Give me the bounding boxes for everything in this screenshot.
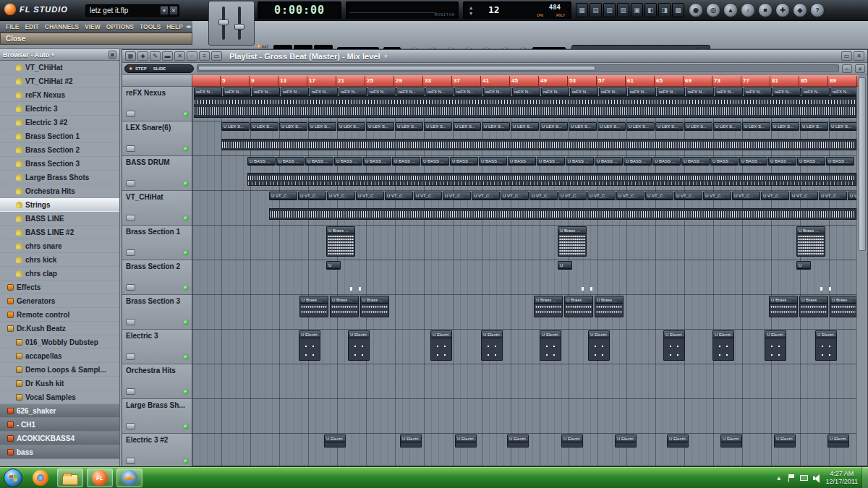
pattern-clip[interactable]: U LEX S... — [308, 122, 336, 131]
pattern-clip[interactable]: U LEX S... — [424, 122, 452, 131]
pattern-clip[interactable]: U VT_C... — [269, 192, 297, 200]
pattern-clip[interactable]: U BASS ... — [334, 157, 362, 166]
pattern-clip[interactable]: U Electri... — [667, 435, 689, 448]
pattern-clip[interactable]: U — [326, 261, 341, 270]
lock-icon[interactable] — [126, 180, 135, 187]
toolbar-button[interactable]: ◎ — [706, 3, 720, 17]
vertical-scrollbar[interactable] — [856, 75, 867, 466]
pattern-clip[interactable]: U BASS ... — [710, 157, 739, 166]
toolbar-button[interactable]: ▦ — [576, 3, 588, 17]
pattern-clip[interactable]: reFX N... — [396, 87, 425, 96]
browser-item[interactable]: Electric 3 — [0, 102, 119, 116]
lock-icon[interactable] — [126, 111, 135, 117]
network-icon[interactable] — [800, 475, 808, 481]
menu-item-view[interactable]: VIEW — [82, 23, 103, 30]
pattern-clip[interactable]: reFX N... — [339, 87, 367, 96]
menu-item-channels[interactable]: CHANNELS — [42, 23, 82, 30]
menu-item-file[interactable]: FILE — [3, 23, 22, 30]
pattern-clip[interactable]: U VT_C... — [616, 192, 644, 200]
pattern-clip[interactable]: reFX N... — [483, 87, 511, 96]
pattern-clip[interactable]: U VT_C... — [558, 192, 587, 200]
pattern-clip[interactable]: U Electri... — [348, 330, 370, 361]
pattern-clip[interactable]: U Brass ... — [799, 296, 828, 317]
browser-item[interactable]: 016_Wobbly Dubstep — [0, 335, 119, 349]
step-slide-toggle[interactable]: STEP SLIDE — [124, 64, 194, 73]
pattern-number[interactable]: 12 — [488, 4, 500, 15]
track-led[interactable] — [184, 286, 188, 290]
lock-icon[interactable] — [126, 423, 135, 429]
pattern-clip[interactable]: U LEX S... — [511, 122, 539, 131]
toolbar-button[interactable]: ✚ — [775, 3, 790, 17]
lock-icon[interactable] — [126, 215, 135, 221]
pattern-clip[interactable]: U VT_C... — [674, 192, 702, 200]
pattern-clip[interactable]: reFX N... — [512, 87, 540, 96]
track-header[interactable]: Brass Section 1 — [122, 226, 192, 260]
pitch-slider-thumb[interactable] — [234, 24, 244, 30]
pattern-clip[interactable]: U VT_C... — [298, 192, 326, 200]
browser-item[interactable]: bass — [0, 445, 119, 459]
pattern-clip[interactable]: U Electri... — [561, 435, 583, 448]
lock-icon[interactable] — [126, 284, 135, 291]
track-led[interactable] — [184, 147, 188, 151]
pattern-clip[interactable]: U VT_C... — [327, 192, 355, 200]
pattern-clip[interactable]: U BASS ... — [739, 157, 767, 166]
pattern-clip[interactable]: U VT_C... — [414, 192, 442, 200]
pattern-clip[interactable]: U — [558, 261, 572, 270]
pattern-clip[interactable]: U Electri... — [827, 435, 849, 448]
pattern-clip[interactable]: U VT_C... — [356, 192, 384, 200]
pattern-clip[interactable]: U VT_C... — [501, 192, 529, 200]
pattern-clip[interactable]: U BASS ... — [768, 157, 796, 166]
pattern-clip[interactable]: U LEX S... — [482, 122, 510, 131]
pattern-clip[interactable]: U Brass ... — [534, 296, 563, 317]
browser-item[interactable]: Large Brass Shots — [0, 171, 119, 184]
browser-item[interactable]: chrs snare — [0, 239, 119, 253]
pattern-clip[interactable]: reFX N... — [773, 87, 801, 96]
pattern-clip[interactable]: U Electri... — [481, 330, 503, 361]
browser-item[interactable]: 626_shaker — [0, 404, 119, 418]
pattern-clip[interactable]: reFX N... — [599, 87, 627, 96]
track-led[interactable] — [184, 390, 188, 394]
track-led[interactable] — [184, 112, 188, 116]
track-header[interactable]: BASS DRUM — [122, 156, 192, 191]
pattern-clip[interactable]: U Electri... — [400, 435, 422, 448]
volume-slider-thumb[interactable] — [218, 20, 229, 25]
master-volume-slider[interactable] — [222, 7, 225, 40]
track-header[interactable]: reFX Nexus — [122, 87, 192, 121]
pattern-clip[interactable]: U BASS ... — [363, 157, 391, 166]
browser-item[interactable]: VT_CHiHat — [0, 61, 119, 74]
toolbar-button[interactable]: ◨ — [658, 3, 671, 17]
track-led[interactable] — [184, 320, 188, 325]
pattern-clip[interactable]: reFX N... — [628, 87, 656, 96]
playlist-tool-icon[interactable]: ▭ — [211, 51, 222, 61]
pattern-clip[interactable]: U Electri... — [455, 435, 477, 448]
browser-item[interactable]: reFX Nexus — [0, 88, 119, 102]
track-header[interactable]: Brass Section 3 — [122, 295, 192, 330]
pattern-clip[interactable]: U Electri... — [615, 435, 637, 448]
playlist-grid[interactable]: 5913172125293337414549535761656973778185… — [192, 75, 858, 466]
taskbar-flstudio-button[interactable] — [87, 468, 113, 487]
browser-item[interactable]: Effects — [0, 281, 119, 294]
pattern-clip[interactable]: U LEX S... — [655, 122, 684, 131]
pattern-clip[interactable]: U BASS ... — [479, 157, 507, 166]
filename-close-icon[interactable]: ✕ — [169, 6, 178, 15]
volume-icon[interactable] — [813, 474, 821, 482]
pattern-clip[interactable]: U BASS ... — [421, 157, 449, 166]
pattern-clip[interactable]: reFX N... — [744, 87, 772, 96]
close-bar[interactable]: Close — [0, 33, 192, 45]
taskbar-clock[interactable]: 4:27 AM 12/17/2011 — [826, 470, 858, 486]
pattern-clip[interactable]: U LEX S... — [713, 122, 741, 131]
taskbar-folder-button[interactable] — [57, 468, 83, 487]
taskbar-firefox-button[interactable] — [27, 468, 54, 487]
pattern-clip[interactable]: U Brass ... — [360, 296, 389, 317]
flag-icon[interactable] — [787, 474, 795, 482]
tray-expand-icon[interactable]: ▲ — [776, 475, 782, 481]
playlist-tool-icon[interactable]: ▦ — [125, 51, 136, 61]
pattern-clip[interactable]: reFX N... — [223, 87, 251, 96]
start-button[interactable] — [4, 468, 22, 487]
master-pitch-slider[interactable] — [238, 7, 241, 40]
browser-item[interactable]: Brass Section 1 — [0, 129, 119, 143]
pattern-clip[interactable]: U BASS ... — [566, 157, 594, 166]
track-header[interactable]: LEX Snare(6) — [122, 121, 192, 156]
pattern-clip[interactable]: U LEX S... — [829, 122, 857, 131]
pattern-clip[interactable]: reFX N... — [367, 87, 396, 96]
